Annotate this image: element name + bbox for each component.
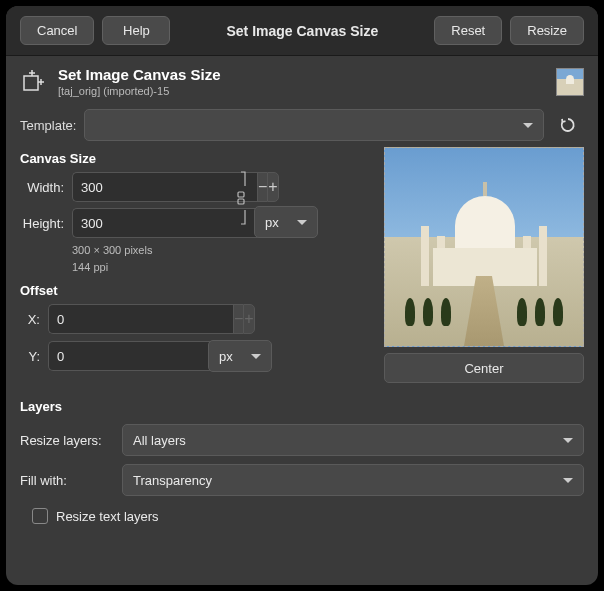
- titlebar: Cancel Help Set Image Canvas Size Reset …: [6, 6, 598, 56]
- offset-x-decrement-button[interactable]: −: [233, 304, 243, 334]
- help-button[interactable]: Help: [102, 16, 170, 45]
- template-reset-button[interactable]: [552, 109, 584, 141]
- resize-button[interactable]: Resize: [510, 16, 584, 45]
- canvas-resize-icon: [20, 68, 48, 96]
- offset-unit-value: px: [219, 349, 233, 364]
- window-title: Set Image Canvas Size: [178, 23, 426, 39]
- canvas-dimensions-text: 300 × 300 pixels: [72, 242, 364, 259]
- offset-title: Offset: [20, 283, 364, 298]
- width-input[interactable]: [72, 172, 257, 202]
- reset-button[interactable]: Reset: [434, 16, 502, 45]
- header: Set Image Canvas Size [taj_orig] (import…: [20, 66, 584, 97]
- resize-text-layers-label: Resize text layers: [56, 509, 159, 524]
- header-title: Set Image Canvas Size: [58, 66, 546, 83]
- canvas-ppi-text: 144 ppi: [72, 259, 364, 276]
- canvas-preview[interactable]: [384, 147, 584, 347]
- center-button[interactable]: Center: [384, 353, 584, 383]
- offset-y-input[interactable]: [48, 341, 233, 371]
- offset-y-label: Y:: [20, 349, 44, 364]
- dialog-window: Cancel Help Set Image Canvas Size Reset …: [6, 6, 598, 585]
- offset-x-label: X:: [20, 312, 44, 327]
- svg-rect-2: [238, 199, 244, 204]
- offset-unit-select[interactable]: px: [208, 340, 272, 372]
- canvas-unit-value: px: [265, 215, 279, 230]
- cancel-button[interactable]: Cancel: [20, 16, 94, 45]
- svg-rect-0: [24, 76, 38, 90]
- chevron-down-icon: [251, 354, 261, 359]
- layers-title: Layers: [20, 399, 584, 414]
- canvas-unit-select[interactable]: px: [254, 206, 318, 238]
- chevron-down-icon: [563, 478, 573, 483]
- height-label: Height:: [20, 216, 68, 231]
- resize-layers-value: All layers: [133, 433, 186, 448]
- aspect-link-toggle[interactable]: [234, 166, 248, 230]
- fill-with-value: Transparency: [133, 473, 212, 488]
- offset-x-increment-button[interactable]: +: [243, 304, 254, 334]
- resize-text-layers-checkbox[interactable]: [32, 508, 48, 524]
- template-label: Template:: [20, 118, 76, 133]
- header-thumbnail: [556, 68, 584, 96]
- chevron-down-icon: [563, 438, 573, 443]
- resize-layers-select[interactable]: All layers: [122, 424, 584, 456]
- canvas-size-title: Canvas Size: [20, 151, 364, 166]
- template-select[interactable]: [84, 109, 544, 141]
- svg-rect-1: [238, 192, 244, 197]
- width-label: Width:: [20, 180, 68, 195]
- fill-with-label: Fill with:: [20, 473, 114, 488]
- fill-with-select[interactable]: Transparency: [122, 464, 584, 496]
- chevron-down-icon: [523, 123, 533, 128]
- height-input[interactable]: [72, 208, 257, 238]
- header-subtitle: [taj_orig] (imported)-15: [58, 85, 546, 97]
- width-increment-button[interactable]: +: [267, 172, 278, 202]
- width-decrement-button[interactable]: −: [257, 172, 267, 202]
- dialog-content: Set Image Canvas Size [taj_orig] (import…: [6, 56, 598, 585]
- chevron-down-icon: [297, 220, 307, 225]
- resize-layers-label: Resize layers:: [20, 433, 114, 448]
- offset-x-input[interactable]: [48, 304, 233, 334]
